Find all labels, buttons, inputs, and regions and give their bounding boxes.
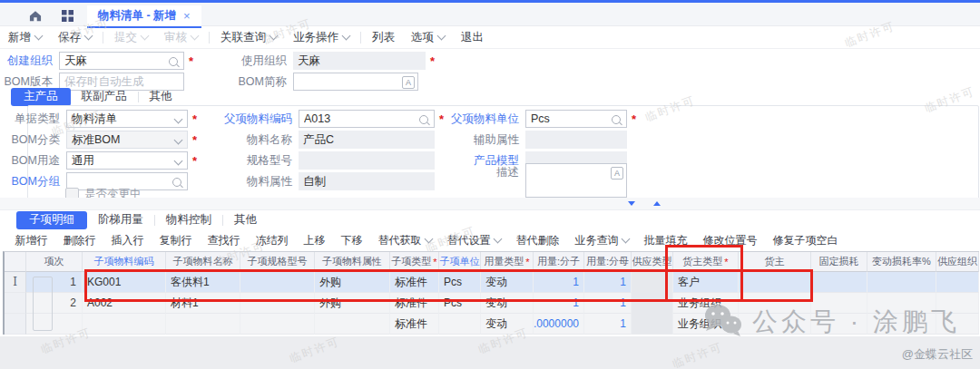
cell-unit[interactable] — [439, 314, 481, 335]
col-header-owner-type[interactable]: 货主类型* — [673, 252, 739, 272]
cell-supply-type — [632, 314, 673, 335]
bom-alias-input[interactable] — [293, 73, 418, 91]
bom-usage-select[interactable]: 通用 — [66, 151, 188, 170]
tab-ladder-usage[interactable]: 阶梯用量 — [98, 212, 143, 228]
cell-unit[interactable]: Pcs — [439, 272, 481, 293]
cell-owner-type[interactable]: 客户 — [673, 272, 739, 293]
substitute-get-button[interactable]: 替代获取 — [378, 233, 432, 248]
create-org-input[interactable] — [59, 52, 184, 70]
description-textarea[interactable] — [525, 163, 627, 198]
close-icon[interactable]: × — [183, 9, 191, 23]
batch-fill-button[interactable]: 批量填充 — [644, 233, 688, 248]
cell-numerator[interactable]: 1.0000000 — [534, 314, 584, 335]
cell-denominator[interactable]: 1 — [584, 272, 632, 293]
cell-unit[interactable]: Pcs — [439, 293, 481, 314]
tab-material-control[interactable]: 物料控制 — [166, 212, 211, 228]
col-header-denominator[interactable]: 用量:分母 — [584, 252, 632, 272]
cell-code[interactable] — [83, 314, 166, 335]
col-header-unit[interactable]: 子项单位 — [439, 252, 481, 272]
multilang-text-icon[interactable] — [611, 167, 623, 180]
cell-attr[interactable]: 外购 — [315, 272, 390, 293]
cell-spec[interactable] — [240, 293, 315, 314]
cell-subtype[interactable]: 标准件 — [390, 314, 439, 335]
add-row-button[interactable]: 新增行 — [15, 233, 48, 248]
cell-code[interactable]: A002 — [83, 293, 166, 314]
search-icon[interactable] — [172, 178, 181, 187]
substitute-delete-button[interactable]: 替代删除 — [516, 233, 560, 248]
options-button[interactable]: 选项 — [411, 30, 445, 45]
cell-owner[interactable] — [739, 272, 811, 293]
cell-spec[interactable] — [240, 314, 315, 335]
panel-splitter[interactable] — [0, 198, 980, 210]
search-icon[interactable] — [419, 115, 428, 124]
fix-child-blank-button[interactable]: 修复子项空白 — [773, 233, 838, 248]
cell-usage-type[interactable]: 变动 — [481, 272, 534, 293]
delete-row-button[interactable]: 删除行 — [64, 233, 96, 248]
tab-detail-other[interactable]: 其他 — [234, 212, 257, 228]
cell-code[interactable]: KG001 — [83, 272, 166, 293]
cell-numerator[interactable]: 1 — [534, 272, 584, 293]
move-up-button[interactable]: 上移 — [304, 233, 326, 248]
bom-version-input-text[interactable] — [64, 75, 179, 88]
cell-denominator[interactable]: 1 — [584, 314, 632, 335]
tab-child-detail[interactable]: 子项明细 — [16, 211, 87, 229]
cell-usage-type[interactable]: 变动 — [481, 293, 534, 314]
new-button[interactable]: 新增 — [8, 30, 42, 45]
business-query-button[interactable]: 业务查询 — [575, 233, 629, 248]
multilang-text-icon[interactable] — [402, 76, 415, 89]
row-header[interactable]: I — [5, 272, 26, 293]
chevron-down-icon[interactable] — [174, 157, 183, 166]
cell-name[interactable]: 客供料1 — [166, 272, 240, 293]
cell-subtype[interactable]: 标准件 — [390, 272, 439, 293]
exit-button[interactable]: 退出 — [461, 30, 484, 45]
col-header-fixed-loss[interactable]: 固定损耗 — [811, 252, 867, 272]
col-header-numerator[interactable]: 用量:分子 — [534, 252, 584, 272]
col-header-supply-org[interactable]: 供应组织 — [936, 252, 979, 272]
collapse-down-icon[interactable] — [628, 201, 635, 206]
home-icon[interactable] — [29, 9, 42, 25]
create-org-input-text[interactable] — [64, 54, 167, 67]
modify-position-button[interactable]: 修改位置号 — [703, 233, 758, 248]
tab-joint-product[interactable]: 联副产品 — [82, 89, 127, 104]
cell-subtype[interactable]: 标准件 — [390, 293, 439, 314]
cell-fixed-loss[interactable] — [811, 272, 867, 293]
bom-alias-input-text[interactable] — [299, 75, 401, 88]
cell-attr[interactable]: 外购 — [315, 293, 390, 314]
parent-unit-input-text[interactable] — [531, 112, 610, 125]
cell-spec[interactable] — [240, 272, 315, 293]
cell-supply-org[interactable] — [936, 272, 979, 293]
list-button[interactable]: 列表 — [372, 30, 395, 45]
col-header-variable-loss[interactable]: 变动损耗率% — [867, 252, 936, 272]
find-row-button[interactable]: 查找行 — [208, 233, 240, 248]
col-header-seq[interactable]: 项次 — [26, 252, 83, 272]
col-header-supply-type[interactable]: 供应类型 — [632, 252, 673, 272]
col-header-usage-type[interactable]: 用量类型* — [481, 252, 534, 272]
col-header-owner[interactable]: 货主 — [739, 252, 811, 272]
cell-name[interactable]: 材料1 — [166, 293, 240, 314]
col-header-code[interactable]: 子项物料编码 — [83, 252, 166, 272]
search-icon[interactable] — [169, 57, 178, 66]
parent-code-input-text[interactable] — [304, 112, 417, 125]
parent-unit-input[interactable] — [525, 110, 627, 128]
move-down-button[interactable]: 下移 — [341, 233, 363, 248]
cell-name[interactable] — [166, 314, 240, 335]
apps-grid-icon[interactable] — [62, 9, 74, 25]
cell-denominator[interactable]: 1 — [584, 293, 632, 314]
cell-variable-loss[interactable] — [867, 272, 936, 293]
chevron-down-icon[interactable] — [174, 115, 183, 124]
row-header[interactable] — [5, 293, 26, 314]
aux-attr-value — [525, 131, 627, 149]
row-header[interactable] — [5, 314, 26, 335]
cell-numerator[interactable]: 1 — [534, 293, 584, 314]
copy-row-button[interactable]: 复制行 — [160, 233, 192, 248]
tab-separator — [154, 215, 155, 226]
col-header-attr[interactable]: 子项物料属性 — [315, 252, 390, 272]
tab-main-product[interactable]: 主产品 — [11, 88, 71, 106]
search-icon[interactable] — [612, 115, 621, 124]
col-header-subtype[interactable]: 子项类型* — [390, 252, 439, 272]
parent-code-input[interactable] — [299, 110, 435, 128]
tab-product-other[interactable]: 其他 — [150, 89, 172, 104]
cell-attr[interactable] — [315, 314, 390, 335]
insert-row-button[interactable]: 插入行 — [112, 233, 144, 248]
expand-up-icon[interactable] — [653, 201, 661, 206]
